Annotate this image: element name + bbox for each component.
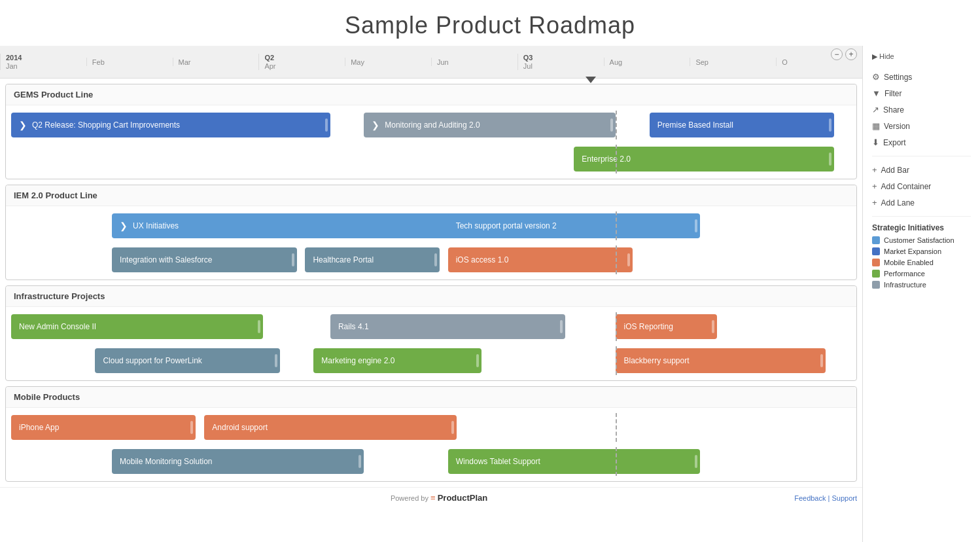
hide-button[interactable]: Hide — [872, 52, 971, 61]
strategic-initiatives-title: Strategic Initiatives — [872, 223, 971, 232]
sidebar: Hide ⚙ Settings▼ Filter↗ Share▦ Version⬇… — [862, 46, 980, 542]
bar-resize-handle[interactable] — [476, 354, 479, 367]
sidebar-icon-1: ▼ — [872, 88, 881, 98]
bar-resize-handle[interactable] — [560, 320, 563, 333]
bar-resize-handle[interactable] — [695, 455, 697, 468]
bar-resize-handle[interactable] — [627, 253, 630, 266]
bar-label-1-0-0: UX Initiatives — [133, 221, 179, 230]
bar-label-1-1-2: iOS access 1.0 — [456, 255, 509, 264]
legend-swatch-3 — [872, 270, 880, 278]
legend-label-1: Market Expansion — [884, 247, 941, 255]
legend-item-0: Customer Satisfaction — [872, 236, 971, 244]
bar-3-1-1[interactable]: Windows Tablet Support — [448, 449, 700, 474]
bar-1-0-1[interactable]: Tech support portal version 2 — [448, 213, 700, 238]
row-3-0: iPhone AppAndroid support — [11, 413, 851, 442]
bar-1-1-0[interactable]: Integration with Salesforce — [112, 247, 296, 272]
row-2-0: New Admin Console IIRails 4.1iOS Reporti… — [11, 312, 851, 341]
legend-item-3: Performance — [872, 270, 971, 278]
sidebar-item-label-0: Settings — [884, 73, 912, 82]
sidebar-item-5[interactable]: + Add Bar — [872, 162, 971, 178]
bar-resize-handle[interactable] — [610, 118, 613, 132]
bar-label-0-0-2: Premise Based Install — [657, 120, 733, 130]
legend-swatch-4 — [872, 281, 880, 289]
bar-0-0-2[interactable]: Premise Based Install — [650, 113, 834, 137]
section-title-iem: IEM 2.0 Product Line — [6, 185, 856, 206]
legend-label-4: Infrastructure — [884, 281, 926, 289]
bar-resize-handle[interactable] — [190, 421, 193, 434]
section-title-gems: GEMS Product Line — [6, 84, 856, 105]
roadmap-body: GEMS Product Line❯Q2 Release: Shopping C… — [0, 79, 862, 487]
sidebar-item-7[interactable]: + Add Lane — [872, 194, 971, 211]
sidebar-item-0[interactable]: ⚙ Settings — [872, 69, 971, 85]
bar-2-1-1[interactable]: Marketing engine 2.0 — [313, 348, 481, 373]
section-rows-gems: ❯Q2 Release: Shopping Cart Improvements❯… — [6, 105, 856, 179]
timeline-arrow — [586, 77, 596, 83]
bar-1-0-0[interactable]: ❯UX Initiatives — [112, 213, 481, 238]
bar-label-3-0-1: Android support — [212, 423, 268, 432]
timeline-col-3: Q2Apr — [258, 54, 345, 70]
bar-resize-handle[interactable] — [829, 153, 831, 166]
bar-resize-handle[interactable] — [359, 455, 361, 468]
sidebar-item-6[interactable]: + Add Container — [872, 178, 971, 194]
sidebar-item-label-7: Add Lane — [881, 198, 915, 208]
bar-resize-handle[interactable] — [695, 219, 697, 232]
bar-3-1-0[interactable]: Mobile Monitoring Solution — [112, 449, 364, 474]
bar-2-0-2[interactable]: iOS Reporting — [616, 314, 716, 339]
bar-resize-handle[interactable] — [258, 320, 260, 333]
bar-label-1-1-1: Healthcare Portal — [313, 255, 374, 264]
support-link[interactable]: Support — [831, 494, 857, 502]
sidebar-item-4[interactable]: ⬇ Export — [872, 134, 971, 151]
timeline-col-2: Mar — [173, 58, 259, 66]
bar-label-3-1-1: Windows Tablet Support — [456, 457, 540, 466]
bar-label-0-0-1: Monitoring and Auditing 2.0 — [385, 120, 480, 130]
bar-2-0-1[interactable]: Rails 4.1 — [330, 314, 566, 339]
section-title-mobile: Mobile Products — [6, 387, 856, 408]
bar-resize-handle[interactable] — [434, 253, 437, 266]
bar-2-1-0[interactable]: Cloud support for PowerLink — [95, 348, 279, 373]
sidebar-item-3[interactable]: ▦ Version — [872, 118, 971, 134]
section-iem: IEM 2.0 Product Line❯UX InitiativesTech … — [5, 185, 857, 280]
legend-swatch-2 — [872, 259, 880, 266]
bar-resize-handle[interactable] — [712, 320, 714, 333]
bar-1-1-2[interactable]: iOS access 1.0 — [448, 247, 633, 272]
bar-label-2-0-0: New Admin Console II — [19, 322, 96, 331]
bar-resize-handle[interactable] — [451, 421, 454, 434]
bar-0-0-1[interactable]: ❯Monitoring and Auditing 2.0 — [364, 113, 616, 137]
section-rows-mobile: iPhone AppAndroid supportMobile Monitori… — [6, 408, 856, 481]
bar-label-3-1-0: Mobile Monitoring Solution — [120, 457, 212, 466]
bar-resize-handle[interactable] — [820, 354, 823, 367]
bar-3-0-1[interactable]: Android support — [204, 415, 456, 440]
footer-links[interactable]: Feedback | Support — [794, 494, 857, 502]
row-1-0: ❯UX InitiativesTech support portal versi… — [11, 211, 851, 240]
sidebar-item-label-6: Add Container — [881, 182, 932, 191]
bar-0-0-0[interactable]: ❯Q2 Release: Shopping Cart Improvements — [11, 113, 330, 137]
bar-resize-handle[interactable] — [325, 118, 328, 132]
bar-2-1-2[interactable]: Blackberry support — [616, 348, 826, 373]
legend-items: Customer Satisfaction Market Expansion M… — [872, 236, 971, 289]
bar-label-2-0-2: iOS Reporting — [623, 322, 673, 331]
zoom-in-button[interactable]: + — [845, 48, 857, 60]
legend-label-3: Performance — [884, 270, 925, 278]
sidebar-icon-2: ↗ — [872, 105, 879, 115]
sidebar-item-1[interactable]: ▼ Filter — [872, 85, 971, 101]
feedback-link[interactable]: Feedback — [794, 494, 826, 502]
timeline-col-1: Feb — [86, 58, 173, 66]
bar-resize-handle[interactable] — [829, 118, 831, 132]
bar-2-0-0[interactable]: New Admin Console II — [11, 314, 263, 339]
row-3-1: Mobile Monitoring SolutionWindows Tablet… — [11, 447, 851, 476]
bar-label-0-1-0: Enterprise 2.0 — [582, 154, 631, 164]
bar-resize-handle[interactable] — [292, 253, 294, 266]
bar-0-1-0[interactable]: Enterprise 2.0 — [574, 147, 834, 172]
row-0-1: Enterprise 2.0 — [11, 145, 851, 173]
bar-label-2-1-2: Blackberry support — [623, 356, 689, 365]
timeline-col-8: Sep — [690, 58, 776, 66]
bar-label-2-1-1: Marketing engine 2.0 — [321, 356, 394, 365]
bar-3-0-0[interactable]: iPhone App — [11, 415, 196, 440]
timeline-col-4: May — [345, 58, 431, 66]
timeline-col-6: Q3Jul — [517, 54, 604, 70]
bar-label-2-0-1: Rails 4.1 — [338, 322, 369, 331]
zoom-out-button[interactable]: − — [831, 48, 843, 60]
bar-1-1-1[interactable]: Healthcare Portal — [305, 247, 439, 272]
sidebar-item-2[interactable]: ↗ Share — [872, 101, 971, 118]
bar-resize-handle[interactable] — [275, 354, 277, 367]
